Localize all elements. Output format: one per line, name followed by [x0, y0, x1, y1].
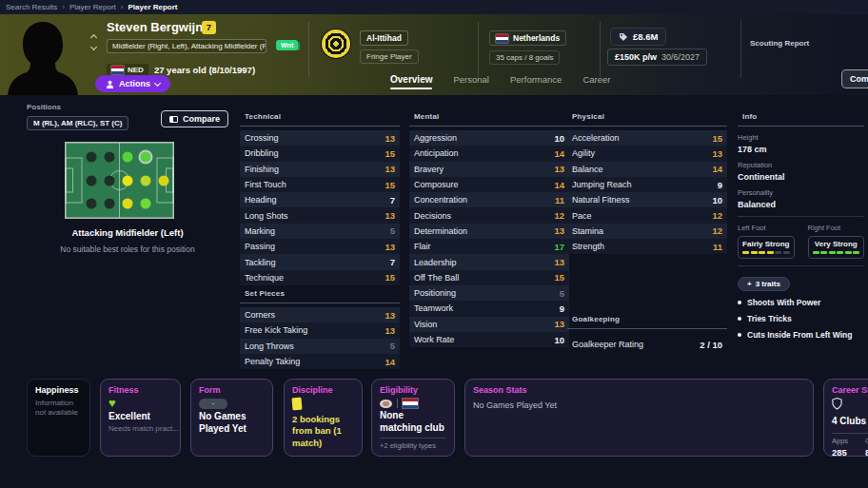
wanted-tag[interactable]: Wnt — [276, 40, 298, 50]
attribute-row[interactable]: Agility 13 — [567, 146, 727, 161]
chevron-up-icon[interactable] — [90, 34, 97, 41]
left-foot-strength: Fairly Strong — [742, 240, 790, 248]
breadcrumb-item[interactable]: Search Results — [6, 3, 57, 11]
attribute-row[interactable]: Off The Ball 15 — [409, 270, 569, 285]
career-stats-card[interactable]: Career Stats 4 Clubs Apps 285 Goals 89 — [823, 379, 868, 457]
position-dot[interactable] — [105, 198, 115, 208]
attribute-row[interactable]: Leadership 13 — [409, 254, 569, 269]
meter-segment — [751, 251, 758, 254]
position-dot[interactable] — [86, 198, 96, 208]
meter-segment — [837, 251, 843, 254]
bullet-icon — [738, 317, 741, 321]
attribute-row[interactable]: First Touch 15 — [240, 177, 400, 192]
wage-contract-box: £150K p/w 30/6/2027 — [607, 49, 707, 66]
attribute-row[interactable]: Dribbling 15 — [240, 146, 400, 161]
attribute-row[interactable]: Teamwork 9 — [409, 301, 569, 316]
position-dot[interactable] — [141, 175, 151, 185]
fitness-card[interactable]: Fitness ♥ Excellent Needs match pract... — [100, 379, 181, 457]
season-stats-card[interactable]: Season Stats No Games Played Yet — [464, 379, 814, 457]
attribute-row[interactable]: Pace 12 — [567, 207, 727, 223]
tab[interactable]: Career — [582, 74, 610, 89]
club-badge-icon[interactable] — [322, 29, 350, 58]
attribute-row[interactable]: Long Shots 13 — [240, 207, 400, 223]
discipline-card[interactable]: Discipline 2 bookings from ban (1 match) — [284, 379, 363, 457]
technical-header: Technical — [240, 108, 400, 127]
player-cycle-arrows[interactable] — [91, 35, 96, 49]
attribute-row[interactable]: Composure 14 — [409, 177, 569, 192]
breadcrumb-item[interactable]: Player Report — [116, 3, 178, 11]
position-dot[interactable] — [123, 198, 133, 208]
attribute-row[interactable]: Finishing 13 — [240, 162, 400, 177]
attribute-value: 15 — [385, 180, 395, 190]
attribute-name: Concentration — [414, 195, 467, 205]
attribute-row[interactable]: Determination 13 — [409, 224, 569, 239]
position-dot[interactable] — [123, 175, 133, 185]
breadcrumb-item[interactable]: Player Report — [57, 3, 116, 11]
attribute-row[interactable]: Stamina 12 — [567, 224, 727, 239]
attribute-row[interactable]: Aggression 10 — [409, 130, 569, 146]
trait-text: Tries Tricks — [747, 314, 792, 323]
goalkeeper-rating-value: 2 / 10 — [700, 340, 722, 350]
attribute-row[interactable]: Concentration 11 — [409, 192, 569, 207]
position-dot[interactable] — [141, 198, 151, 208]
attribute-row[interactable]: Tackling 7 — [240, 254, 400, 269]
attribute-row[interactable]: Strength 11 — [567, 239, 727, 254]
attribute-row[interactable]: Vision 13 — [409, 317, 569, 332]
attribute-row[interactable]: Heading 7 — [240, 192, 400, 207]
attribute-row[interactable]: Corners 13 — [240, 307, 400, 322]
club-name[interactable]: Al-Ittihad — [360, 30, 408, 46]
attribute-value: 15 — [712, 133, 722, 144]
scouting-report-label: Scouting Report — [750, 39, 809, 48]
attribute-row[interactable]: Passing 13 — [240, 239, 400, 254]
form-badge: - — [199, 399, 227, 409]
attribute-row[interactable]: Long Throws 5 — [240, 339, 400, 354]
personality-value: Balanced — [738, 200, 864, 209]
plus-icon: + — [747, 280, 752, 288]
eligibility-card[interactable]: Eligibility None matching club +2 eligib… — [371, 379, 455, 457]
position-dot[interactable] — [105, 152, 115, 163]
attribute-row[interactable]: Work Rate 10 — [409, 332, 569, 347]
attribute-name: Marking — [245, 226, 275, 236]
attribute-row[interactable]: Free Kick Taking 13 — [240, 322, 400, 338]
discipline-text: 2 bookings from ban (1 match) — [292, 414, 354, 449]
attribute-row[interactable]: Crossing 13 — [240, 130, 400, 146]
goalkeeping-column: Goalkeeping Goalkeeper Rating 2 / 10 — [567, 311, 727, 350]
attribute-row[interactable]: Penalty Taking 14 — [240, 354, 400, 369]
happiness-card[interactable]: Happiness Information not available — [27, 379, 90, 457]
attribute-value: 15 — [554, 272, 564, 283]
attribute-value: 9 — [718, 180, 722, 190]
chevron-down-icon[interactable] — [90, 44, 97, 50]
position-dot[interactable] — [158, 175, 168, 185]
attribute-row[interactable]: Positioning 5 — [409, 285, 569, 301]
tab[interactable]: Personal — [453, 74, 489, 89]
traits-button[interactable]: + 3 traits — [738, 277, 790, 291]
attribute-name: Crossing — [245, 133, 279, 143]
tab[interactable]: Performance — [510, 74, 562, 89]
actions-button[interactable]: Actions — [95, 75, 170, 92]
national-team[interactable]: Netherlands — [489, 30, 566, 46]
attribute-row[interactable]: Technique 15 — [240, 270, 400, 285]
form-card[interactable]: Form - No Games Played Yet — [190, 379, 273, 457]
attribute-row[interactable]: Balance 14 — [567, 162, 727, 177]
position-dot[interactable] — [86, 152, 96, 163]
attribute-row[interactable]: Flair 17 — [409, 239, 569, 254]
squad-number-badge: 7 — [202, 21, 216, 34]
position-dot[interactable] — [105, 175, 115, 185]
attribute-row[interactable]: Bravery 13 — [409, 162, 569, 177]
player-report-screen: Search Results Player Report Player Repo… — [0, 0, 868, 488]
meter-segment — [742, 251, 749, 254]
attribute-row[interactable]: Jumping Reach 9 — [567, 177, 727, 192]
yellow-card-icon — [291, 398, 302, 411]
compare-button-top[interactable]: Compare — [841, 69, 868, 88]
position-dot[interactable] — [141, 152, 151, 163]
attribute-row[interactable]: Marking 5 — [240, 224, 400, 239]
attribute-row[interactable]: Acceleration 15 — [567, 130, 727, 146]
position-dot[interactable] — [123, 152, 133, 163]
meter-segment — [759, 251, 765, 254]
tab[interactable]: Overview — [390, 74, 432, 89]
compare-button[interactable]: Compare — [161, 110, 228, 127]
position-dot[interactable] — [86, 175, 96, 185]
attribute-row[interactable]: Decisions 12 — [409, 207, 569, 223]
attribute-row[interactable]: Anticipation 14 — [409, 146, 569, 161]
attribute-row[interactable]: Natural Fitness 10 — [567, 192, 727, 207]
